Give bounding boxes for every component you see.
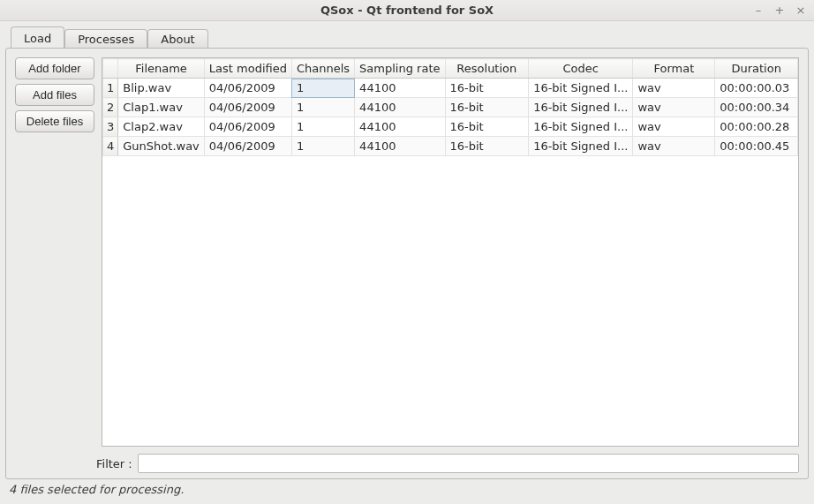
file-table[interactable]: Filename Last modified Channels Sampling… xyxy=(102,57,799,447)
row-corner xyxy=(103,59,118,79)
cell-last_modified[interactable]: 04/06/2009 xyxy=(204,98,291,117)
table-row[interactable]: 2Clap1.wav04/06/200914410016-bit16-bit S… xyxy=(103,98,798,117)
row-number[interactable]: 4 xyxy=(103,137,118,156)
cell-resolution[interactable]: 16-bit xyxy=(445,137,529,156)
cell-format[interactable]: wav xyxy=(633,79,715,98)
filter-label: Filter : xyxy=(96,457,132,470)
tab-load[interactable]: Load xyxy=(11,26,64,48)
cell-resolution[interactable]: 16-bit xyxy=(445,117,529,137)
cell-last_modified[interactable]: 04/06/2009 xyxy=(204,137,291,156)
cell-codec[interactable]: 16-bit Signed I... xyxy=(529,117,633,137)
col-sampling-rate[interactable]: Sampling rate xyxy=(355,59,445,79)
cell-resolution[interactable]: 16-bit xyxy=(445,79,529,98)
cell-codec[interactable]: 16-bit Signed I... xyxy=(529,79,633,98)
tab-page-load: Add folder Add files Delete files Filena… xyxy=(5,48,809,479)
table-header-row: Filename Last modified Channels Sampling… xyxy=(103,59,798,79)
filter-input[interactable] xyxy=(138,454,799,473)
cell-codec[interactable]: 16-bit Signed I... xyxy=(529,98,633,117)
minimize-icon[interactable]: – xyxy=(752,4,765,17)
tab-bar: Load Processes About xyxy=(5,26,809,48)
delete-files-button[interactable]: Delete files xyxy=(15,110,94,132)
col-resolution[interactable]: Resolution xyxy=(445,59,529,79)
col-last-modified[interactable]: Last modified xyxy=(204,59,291,79)
app-frame: Load Processes About Add folder Add file… xyxy=(5,26,809,499)
col-filename[interactable]: Filename xyxy=(118,59,205,79)
filter-row: Filter : xyxy=(15,454,799,473)
cell-filename[interactable]: Blip.wav xyxy=(118,79,205,98)
cell-sampling_rate[interactable]: 44100 xyxy=(355,79,445,98)
cell-channels[interactable]: 1 xyxy=(291,98,354,117)
button-column: Add folder Add files Delete files xyxy=(15,57,94,447)
table-row[interactable]: 1Blip.wav04/06/200914410016-bit16-bit Si… xyxy=(103,79,798,98)
col-channels[interactable]: Channels xyxy=(291,59,354,79)
cell-channels[interactable]: 1 xyxy=(291,137,354,156)
status-bar: 4 files selected for processing. xyxy=(7,483,807,499)
cell-duration[interactable]: 00:00:00.45 xyxy=(715,137,798,156)
cell-duration[interactable]: 00:00:00.34 xyxy=(715,98,798,117)
cell-channels[interactable]: 1 xyxy=(291,79,354,98)
window-title: QSox - Qt frontend for SoX xyxy=(0,4,814,17)
maximize-icon[interactable]: + xyxy=(773,4,786,17)
close-icon[interactable]: × xyxy=(795,4,807,17)
cell-sampling_rate[interactable]: 44100 xyxy=(355,137,445,156)
row-number[interactable]: 1 xyxy=(103,79,118,98)
cell-codec[interactable]: 16-bit Signed I... xyxy=(529,137,633,156)
cell-format[interactable]: wav xyxy=(633,117,715,137)
titlebar: QSox - Qt frontend for SoX – + × xyxy=(0,0,814,21)
cell-sampling_rate[interactable]: 44100 xyxy=(355,98,445,117)
cell-format[interactable]: wav xyxy=(633,137,715,156)
cell-last_modified[interactable]: 04/06/2009 xyxy=(204,117,291,137)
table-row[interactable]: 4GunShot.wav04/06/200914410016-bit16-bit… xyxy=(103,137,798,156)
row-number[interactable]: 2 xyxy=(103,98,118,117)
col-duration[interactable]: Duration xyxy=(715,59,798,79)
cell-last_modified[interactable]: 04/06/2009 xyxy=(204,79,291,98)
col-codec[interactable]: Codec xyxy=(529,59,633,79)
row-number[interactable]: 3 xyxy=(103,117,118,137)
cell-filename[interactable]: GunShot.wav xyxy=(118,137,205,156)
cell-format[interactable]: wav xyxy=(633,98,715,117)
add-folder-button[interactable]: Add folder xyxy=(15,57,94,79)
tab-about[interactable]: About xyxy=(147,29,207,49)
cell-filename[interactable]: Clap1.wav xyxy=(118,98,205,117)
cell-sampling_rate[interactable]: 44100 xyxy=(355,117,445,137)
add-files-button[interactable]: Add files xyxy=(15,84,94,106)
cell-filename[interactable]: Clap2.wav xyxy=(118,117,205,137)
cell-channels[interactable]: 1 xyxy=(291,117,354,137)
table-row[interactable]: 3Clap2.wav04/06/200914410016-bit16-bit S… xyxy=(103,117,798,137)
cell-resolution[interactable]: 16-bit xyxy=(445,98,529,117)
tab-processes[interactable]: Processes xyxy=(64,29,147,49)
col-format[interactable]: Format xyxy=(633,59,715,79)
cell-duration[interactable]: 00:00:00.03 xyxy=(715,79,798,98)
cell-duration[interactable]: 00:00:00.28 xyxy=(715,117,798,137)
